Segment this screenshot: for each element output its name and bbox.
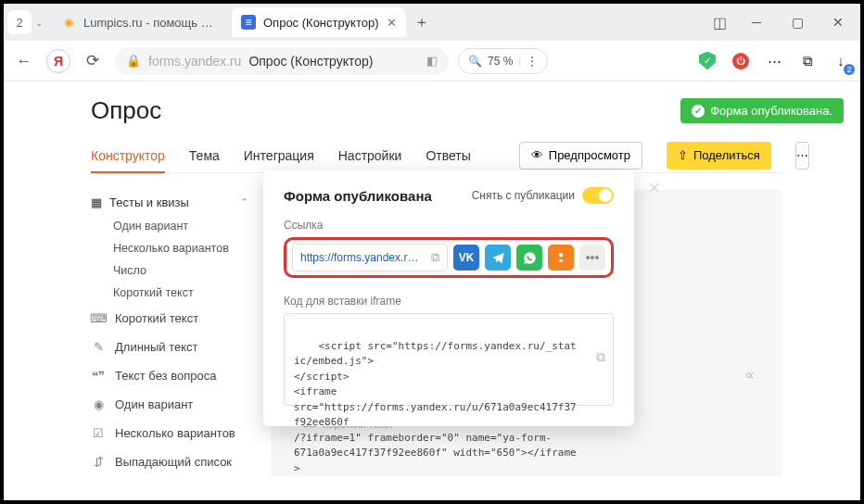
url-domain: forms.yandex.ru <box>148 54 241 69</box>
copy-icon[interactable]: ⧉ <box>596 347 605 367</box>
unpublish-label: Снять с публикации <box>472 189 575 202</box>
popup-close-button[interactable]: × <box>648 176 660 200</box>
page-title: Опрос <box>91 96 782 125</box>
publish-toggle[interactable] <box>582 187 614 204</box>
shorttext-icon: ⌨ <box>91 311 106 325</box>
share-label: Поделиться <box>693 148 760 162</box>
tab-active[interactable]: ≡ Опрос (Конструктор) ✕ <box>232 7 406 37</box>
longtext-icon: ✎ <box>91 340 106 354</box>
tab-inactive[interactable]: ◉ Lumpics.ru - помощь с ко <box>52 7 228 37</box>
sidebar: ▦ Тесты и квизы ⌃ Один вариант Несколько… <box>91 190 248 476</box>
share-more-button[interactable]: ••• <box>579 245 605 271</box>
row-label: Текст без вопроса <box>115 369 216 383</box>
more-icon[interactable]: ⋮ <box>527 55 538 68</box>
preview-label: Предпросмотр <box>549 148 630 162</box>
divider: | <box>518 55 521 68</box>
eye-icon: 👁 <box>531 148 543 162</box>
window-close[interactable]: ✕ <box>820 6 857 39</box>
unpublish-control: Снять с публикации <box>472 187 614 204</box>
bookmark-icon[interactable]: ◧ <box>426 54 438 68</box>
embed-label: Код для вставки iframe <box>284 295 614 308</box>
row-label: Короткий текст <box>115 311 198 325</box>
tab-constructor[interactable]: Конструктор <box>91 138 165 172</box>
sidebar-item-longtext[interactable]: ✎ Длинный текст <box>91 333 248 361</box>
sidebar-sub-single[interactable]: Один вариант <box>91 215 248 237</box>
branch-icon[interactable]: ∝ <box>744 366 755 384</box>
sidebar-item-radio[interactable]: ◉ Один вариант <box>91 390 248 419</box>
tab-title: Опрос (Конструктор) <box>263 16 379 30</box>
browser-titlebar: 2 ⌄ ◉ Lumpics.ru - помощь с ко ≡ Опрос (… <box>4 4 860 41</box>
zoom-control[interactable]: 🔍 75 % | ⋮ <box>458 48 548 74</box>
popup-title: Форма опубликована <box>284 188 432 204</box>
dots-icon[interactable]: ⋯ <box>762 49 786 73</box>
session-count-button[interactable]: 2 <box>7 10 32 34</box>
url-title: Опрос (Конструктор) <box>248 54 373 69</box>
chevron-up-icon: ⌃ <box>240 196 248 208</box>
publish-popup: × Форма опубликована Снять с публикации … <box>263 170 634 426</box>
tab-title: Lumpics.ru - помощь с ко <box>83 16 219 30</box>
downloads-icon[interactable]: ↓ <box>829 49 853 73</box>
shield-icon[interactable]: ✓ <box>695 49 719 73</box>
favicon-lumpics: ◉ <box>61 15 76 30</box>
window-minimize[interactable]: ─ <box>738 6 775 39</box>
checkbox-icon: ☑ <box>91 426 106 440</box>
preview-button[interactable]: 👁 Предпросмотр <box>519 142 642 170</box>
url-field[interactable]: 🔒 forms.yandex.ru Опрос (Конструктор) ◧ <box>115 47 449 75</box>
extensions-icon[interactable]: ⧉ <box>795 49 820 73</box>
window-maximize[interactable]: ▢ <box>779 6 816 39</box>
toast-published: Форма опубликована. <box>680 98 844 123</box>
svg-point-0 <box>559 253 564 258</box>
sidebar-sub-shorttext[interactable]: Короткий текст <box>91 282 248 304</box>
link-label: Ссылка <box>284 219 614 232</box>
chevron-down-icon[interactable]: ⌄ <box>35 18 43 28</box>
sidebar-item-checkbox[interactable]: ☑ Несколько вариантов <box>91 419 248 447</box>
ublock-icon[interactable]: ⏻ <box>729 49 753 73</box>
link-url: https://forms.yandex.ru/u/67... <box>300 251 424 264</box>
tab-answers[interactable]: Ответы <box>426 138 470 172</box>
dropdown-icon: ⇵ <box>91 455 106 469</box>
sidebar-item-shorttext[interactable]: ⌨ Короткий текст <box>91 304 248 333</box>
share-icon: ⇧ <box>678 148 688 162</box>
address-bar: ← Я ⟳ 🔒 forms.yandex.ru Опрос (Конструкт… <box>4 41 860 82</box>
share-telegram-button[interactable] <box>485 245 511 271</box>
lock-icon: 🔒 <box>126 54 141 68</box>
favicon-forms: ≡ <box>241 15 256 30</box>
embed-code: <script src="https://forms.yandex.ru/_st… <box>294 340 577 474</box>
share-button[interactable]: ⇧ Поделиться <box>667 142 771 170</box>
tab-integration[interactable]: Интеграция <box>244 138 314 172</box>
back-button[interactable]: ← <box>11 48 37 74</box>
sidebar-item-dropdown[interactable]: ⇵ Выпадающий список <box>91 447 248 476</box>
copy-icon[interactable]: ⧉ <box>431 250 439 265</box>
group-label: Тесты и квизы <box>109 195 189 209</box>
sidebar-sub-multi[interactable]: Несколько вариантов <box>91 237 248 259</box>
more-button[interactable]: ⋯ <box>795 142 809 170</box>
bookmark-ribbon-icon[interactable]: ◫ <box>713 14 727 32</box>
zoom-value: 75 % <box>488 55 513 68</box>
link-field[interactable]: https://forms.yandex.ru/u/67... ⧉ <box>292 244 448 271</box>
share-ok-button[interactable] <box>548 245 574 271</box>
quote-icon: ❝❞ <box>91 369 106 383</box>
new-tab-button[interactable]: ＋ <box>410 10 434 34</box>
row-label: Длинный текст <box>115 340 198 354</box>
sidebar-item-noquestion[interactable]: ❝❞ Текст без вопроса <box>91 361 248 390</box>
radio-icon: ◉ <box>91 397 106 411</box>
form-tabs: Конструктор Тема Интеграция Настройки От… <box>91 138 782 173</box>
sidebar-sub-number[interactable]: Число <box>91 259 248 282</box>
tests-icon: ▦ <box>91 195 102 209</box>
reload-button[interactable]: ⟳ <box>80 48 106 74</box>
toast-text: Форма опубликована. <box>710 104 832 118</box>
close-icon[interactable]: ✕ <box>387 16 397 30</box>
row-label: Выпадающий список <box>115 455 232 469</box>
row-label: Несколько вариантов <box>115 426 235 440</box>
sidebar-group-tests[interactable]: ▦ Тесты и квизы ⌃ <box>91 190 248 215</box>
share-vk-button[interactable]: VK <box>453 245 479 271</box>
tab-theme[interactable]: Тема <box>189 138 220 172</box>
tab-settings[interactable]: Настройки <box>338 138 402 172</box>
link-row-highlight: https://forms.yandex.ru/u/67... ⧉ VK ••• <box>284 237 614 278</box>
embed-code-box[interactable]: <script src="https://forms.yandex.ru/_st… <box>284 313 614 406</box>
yandex-logo-icon[interactable]: Я <box>46 49 70 73</box>
row-label: Один вариант <box>115 397 193 411</box>
zoom-icon: 🔍 <box>468 55 482 68</box>
share-whatsapp-button[interactable] <box>516 245 542 271</box>
